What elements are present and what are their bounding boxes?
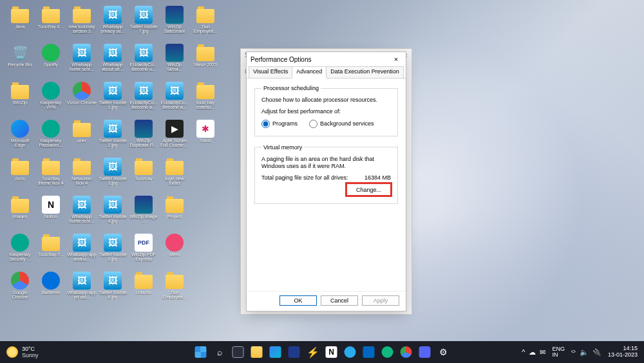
taskbar-app-1[interactable] xyxy=(286,344,303,360)
desktop-icon[interactable]: Java xyxy=(5,5,35,42)
desktop-icon[interactable]: Vizion Chrome xyxy=(67,81,97,118)
desktop-icon[interactable]: 🖼Twitter mobile 3.jpg xyxy=(98,157,128,194)
desktop-icon[interactable]: 🖼Whatsapp about utt... xyxy=(98,43,128,80)
desktop-icon[interactable]: PDFWinZip PDF Express xyxy=(129,233,158,270)
task-view-icon[interactable] xyxy=(230,344,247,360)
winamp-icon[interactable]: ⚡ xyxy=(305,344,321,360)
close-icon[interactable]: × xyxy=(390,55,402,63)
tab-visual-effects[interactable]: Visual Effects xyxy=(249,66,292,78)
desktop-icon[interactable]: ▶Agile Scrum Full Course ... xyxy=(160,119,189,156)
desktop-icon-label: Agile Scrum Full Course ... xyxy=(160,138,189,148)
desktop-icon[interactable]: 🖼EUdacityCo... Become a... xyxy=(129,81,158,118)
desktop-icon-label: Twitter mobile 3.jpg xyxy=(98,176,128,186)
desktop-icon-label: toolz bay extensi... xyxy=(191,100,220,110)
desktop-icon[interactable]: login new folder xyxy=(160,157,189,194)
widgets-icon[interactable] xyxy=(267,344,284,360)
apply-button[interactable]: Apply xyxy=(362,295,399,306)
desktop-icon[interactable]: 🖼EUdacityCo... Become a... xyxy=(160,81,189,118)
change-button[interactable]: Change... xyxy=(346,183,391,196)
desktop-icon[interactable]: WinZip Duplicate Fi... xyxy=(129,119,158,156)
tab-advanced[interactable]: Advanced xyxy=(292,66,327,79)
desktop-icon[interactable]: 🖼Twitter mobile 6.jpg xyxy=(98,271,128,308)
desktop-icon[interactable]: WinZip xyxy=(5,81,35,118)
desktop-icon[interactable]: 🖼Whatsapp app pri vat... xyxy=(67,271,97,308)
desktop-icon[interactable]: Udacity xyxy=(129,271,158,308)
chevron-up-icon[interactable]: ^ xyxy=(522,348,525,356)
desktop-icon[interactable]: Spotify xyxy=(36,43,66,80)
explorer-icon[interactable] xyxy=(249,344,265,360)
desktop-icon[interactable]: Kaspersky Password... xyxy=(36,119,66,156)
desktop-icon[interactable]: Kaspersky Security ... xyxy=(5,233,35,270)
desktop-icon[interactable]: Toolzbay xyxy=(129,157,158,194)
desktop-icon-label: Project xyxy=(167,214,182,219)
ok-button[interactable]: OK xyxy=(279,295,317,306)
desktop-icon[interactable]: Microsoft Edge xyxy=(5,119,35,156)
desktop-icon[interactable]: Networker Nov 4 xyxy=(67,157,97,194)
desktop-icon-label: Whatsapp privacy se... xyxy=(98,24,128,34)
desktop-icon-label: WinZip SafeShare xyxy=(160,24,189,34)
desktop-icon[interactable]: Zluri Employee... xyxy=(191,5,220,42)
desktop-icon[interactable]: ToolzBay theme Nov 4 xyxy=(36,157,66,194)
desktop-icon[interactable]: 🖼Whatsapp home scre... xyxy=(67,195,97,232)
tab-dep[interactable]: Data Execution Prevention xyxy=(326,66,404,78)
paging-total-label: Total paging file size for all drives: xyxy=(261,174,348,181)
desktop-icon[interactable]: ToolzBay-T... xyxy=(36,233,66,270)
start-icon[interactable] xyxy=(193,344,209,360)
volume-icon[interactable]: 🔈 xyxy=(580,348,589,357)
radio-programs[interactable]: Programs xyxy=(261,120,298,128)
notion-icon[interactable]: N xyxy=(323,344,340,360)
desktop-icon[interactable]: 🖼Twitter mobile 2.jpg xyxy=(98,119,128,156)
desktop-icon[interactable]: Mem xyxy=(160,233,189,270)
chrome-icon[interactable] xyxy=(398,344,415,360)
desktop-icon-label: Images xyxy=(13,214,28,219)
desktop-icon[interactable]: 🖼Twitter mobile 7.jpg xyxy=(129,5,158,42)
desktop-icon[interactable]: new toolzbay section 3 xyxy=(67,5,97,42)
desktop-icon[interactable]: WinZip Image ... xyxy=(129,195,158,232)
desktop-icon[interactable]: Google Chrome xyxy=(5,271,35,308)
onedrive-icon[interactable]: ☁ xyxy=(529,348,536,357)
desktop-icon[interactable]: toolz bay extensi... xyxy=(191,81,220,118)
desktop-icon[interactable]: Varun 2023 xyxy=(191,43,220,80)
taskbar: 30°C Sunny ⌕ ⚡ N ⚙ ^ ☁ ✉ ENG IN ⌔ 🔈 � xyxy=(0,341,644,363)
desktop-icon[interactable]: 🖼Whatsapp privacy se... xyxy=(98,5,128,42)
desktop-icon[interactable]: 🖼Whatsapp home scre... xyxy=(67,43,97,80)
settings-icon[interactable]: ⚙ xyxy=(435,344,452,360)
taskbar-center: ⌕ ⚡ N ⚙ xyxy=(193,344,452,360)
desktop-icon-label: Toolzbay xyxy=(135,176,153,181)
taskbar-app-3[interactable] xyxy=(379,344,396,360)
notification-icon[interactable]: ✉ xyxy=(540,348,545,357)
desktop-icon[interactable]: 🖼Whatsapp app androi... xyxy=(67,233,97,270)
desktop-icon[interactable]: ToolzBay-E... xyxy=(36,5,66,42)
taskbar-app-2[interactable] xyxy=(361,344,377,360)
battery-icon[interactable]: 🔌 xyxy=(592,348,601,357)
discord-icon[interactable] xyxy=(417,344,433,360)
radio-background-services[interactable]: Background services xyxy=(309,120,374,128)
desktop-icon[interactable]: Project xyxy=(160,195,189,232)
desktop-icon-label: WinZip Duplicate Fi... xyxy=(129,138,158,148)
desktop-icon-label: Notion xyxy=(44,214,57,219)
wifi-icon[interactable]: ⌔ xyxy=(571,348,576,356)
desktop-icon[interactable]: Battlenet xyxy=(36,271,66,308)
desktop-icon[interactable]: 🖼Twitter mobile 5.jpg xyxy=(98,233,128,270)
desktop-icon[interactable]: ✱Slack xyxy=(191,119,220,156)
desktop-icon[interactable]: NNotion xyxy=(36,195,66,232)
desktop-icon[interactable]: Images xyxy=(5,195,35,232)
desktop-icon[interactable]: 🖼Twitter mobile 1.jpg xyxy=(98,81,128,118)
telegram-icon[interactable] xyxy=(342,344,359,360)
desktop-icon[interactable]: Zluri Employee... xyxy=(160,271,189,308)
desktop-icon[interactable]: WinZip Secur... xyxy=(160,43,189,80)
search-icon[interactable]: ⌕ xyxy=(211,344,228,360)
desktop-icon[interactable]: Kaspersky VPN xyxy=(36,81,66,118)
clock-date[interactable]: 13-01-2023 xyxy=(608,352,638,358)
cancel-button[interactable]: Cancel xyxy=(321,295,358,306)
paging-total-value: 16384 MB xyxy=(365,174,391,181)
desktop-icon-label: Zluri Employee... xyxy=(191,24,220,34)
desktop-icon[interactable]: 🖼EUdacityCo... Become u... xyxy=(129,43,158,80)
desktop-icon[interactable]: WinZip SafeShare xyxy=(160,5,189,42)
desktop-icon[interactable]: 🗑️Recycle Bin xyxy=(5,43,35,80)
lang-2[interactable]: IN xyxy=(552,352,565,358)
weather-widget[interactable]: 30°C Sunny xyxy=(0,346,45,358)
desktop-icon[interactable]: docs xyxy=(5,157,35,194)
desktop-icon[interactable]: uber xyxy=(67,119,97,156)
desktop-icon[interactable]: 🖼Twitter mobile 4.jpg xyxy=(98,195,128,232)
